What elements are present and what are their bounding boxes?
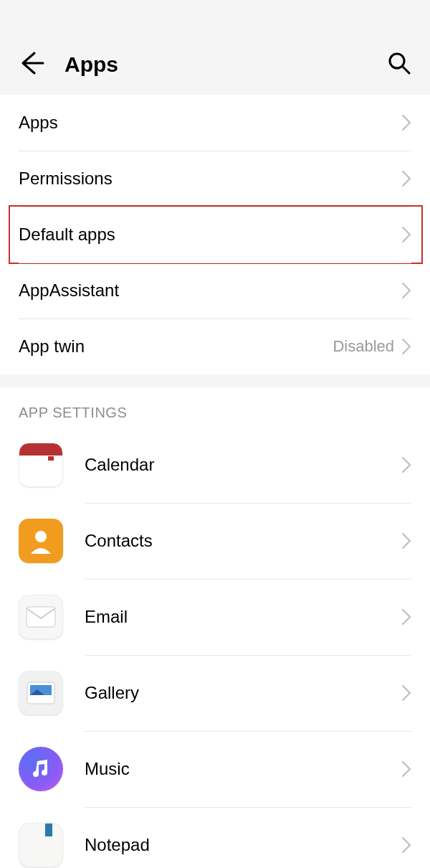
menu-item-default-apps[interactable]: Default apps (0, 207, 430, 263)
contacts-icon (19, 519, 63, 563)
chevron-right-icon (401, 532, 411, 549)
app-item-calendar[interactable]: Calendar (0, 427, 430, 503)
menu-item-label: Permissions (19, 169, 401, 189)
svg-point-2 (35, 531, 47, 542)
chevron-right-icon (401, 114, 411, 131)
menu-item-label: App twin (19, 336, 333, 357)
app-item-label: Gallery (85, 683, 401, 703)
section-divider (0, 374, 430, 387)
app-settings-list: Calendar Contacts Email Gallery (0, 427, 430, 868)
app-item-contacts[interactable]: Contacts (0, 503, 430, 579)
app-header: Apps (0, 0, 430, 95)
chevron-right-icon (401, 226, 411, 243)
menu-item-label: Default apps (19, 225, 401, 245)
menu-item-value: Disabled (333, 337, 394, 356)
chevron-right-icon (401, 282, 411, 299)
section-header: APP SETTINGS (0, 387, 430, 427)
menu-item-apps[interactable]: Apps (0, 95, 430, 151)
app-item-label: Calendar (85, 455, 401, 475)
chevron-right-icon (401, 338, 411, 355)
menu-item-permissions[interactable]: Permissions (0, 151, 430, 207)
notepad-icon (19, 823, 63, 867)
menu-item-label: Apps (19, 113, 401, 133)
chevron-right-icon (401, 170, 411, 187)
gallery-icon (19, 671, 63, 715)
svg-line-1 (403, 67, 409, 73)
menu-item-appassistant[interactable]: AppAssistant (0, 263, 430, 319)
chevron-right-icon (401, 836, 411, 854)
app-item-label: Email (85, 607, 401, 627)
settings-list: Apps Permissions Default apps AppAssista… (0, 95, 430, 374)
svg-rect-3 (27, 607, 55, 627)
back-icon[interactable] (19, 50, 44, 79)
calendar-icon (19, 443, 63, 487)
app-item-email[interactable]: Email (0, 579, 430, 655)
chevron-right-icon (401, 456, 411, 473)
app-item-music[interactable]: Music (0, 731, 430, 807)
chevron-right-icon (401, 684, 411, 702)
page-title: Apps (64, 52, 387, 77)
music-icon (19, 747, 63, 791)
app-item-notepad[interactable]: Notepad (0, 807, 430, 868)
app-item-label: Contacts (85, 531, 401, 551)
email-icon (19, 595, 63, 639)
menu-item-app-twin[interactable]: App twin Disabled (0, 319, 430, 374)
app-item-label: Music (85, 759, 401, 779)
search-icon[interactable] (387, 51, 411, 78)
chevron-right-icon (401, 760, 411, 778)
app-item-label: Notepad (85, 835, 401, 855)
menu-item-label: AppAssistant (19, 280, 401, 301)
app-item-gallery[interactable]: Gallery (0, 655, 430, 731)
chevron-right-icon (401, 608, 411, 626)
